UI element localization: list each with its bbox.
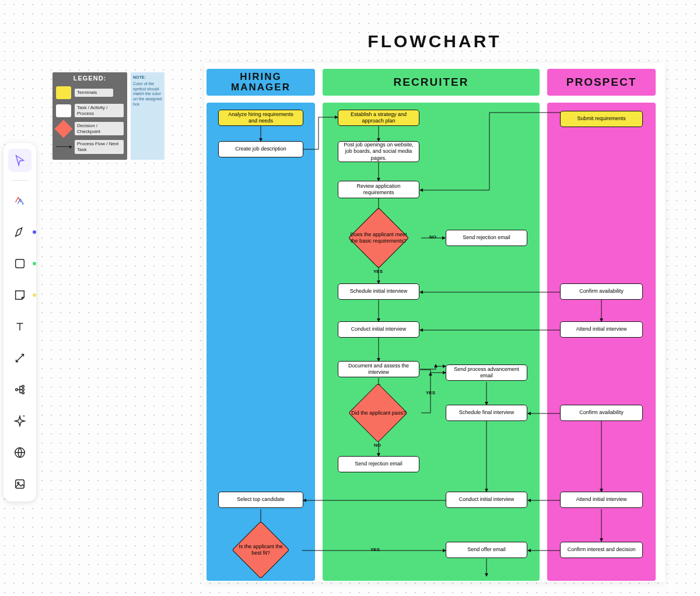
node-r-review[interactable]: Review application requirements (338, 181, 419, 198)
ai-icon: + (13, 194, 26, 207)
node-r-reject1[interactable]: Send rejection email (446, 230, 527, 246)
text-icon (13, 320, 26, 333)
connector-icon (13, 352, 26, 364)
select-tool[interactable] (8, 149, 32, 172)
sparkle-icon (13, 415, 26, 427)
node-r-conduct-initial[interactable]: Conduct initial interview (338, 321, 419, 338)
node-hm-select-top[interactable]: Select top candidate (218, 492, 303, 508)
globe-icon (13, 446, 26, 459)
node-hm-create-jd[interactable]: Create job description (218, 141, 303, 157)
legend-label: Process Flow / Next Task (75, 140, 124, 153)
pen-tool[interactable] (8, 220, 32, 244)
image-tool[interactable] (8, 472, 32, 496)
color-dot-icon (33, 230, 36, 234)
legend-panel[interactable]: LEGEND: Terminals Task / Activity / Proc… (52, 72, 164, 160)
svg-point-4 (22, 388, 24, 391)
pen-icon (13, 226, 26, 239)
svg-point-2 (16, 388, 18, 391)
sticky-tool[interactable] (8, 283, 32, 307)
lane-header-hiring-manager[interactable]: HIRING MANAGER (206, 69, 315, 96)
lane-header-recruiter[interactable]: RECRUITER (323, 69, 540, 96)
legend-terminal-row: Terminals (52, 84, 127, 101)
node-r-sched-final[interactable]: Schedule final interview (446, 405, 527, 421)
image-icon (13, 478, 26, 490)
node-label: Did the applicant pass? (343, 387, 414, 439)
sparkle-tool[interactable] (8, 409, 32, 433)
legend-note: NOTE: Color of the symbol should match t… (131, 72, 164, 160)
node-r-conduct-initial2[interactable]: Conduct initial interview (446, 492, 527, 508)
text-tool[interactable] (8, 315, 32, 338)
legend-flow-row: Process Flow / Next Task (52, 138, 127, 156)
node-r-offer[interactable]: Send offer email (446, 542, 527, 558)
color-dot-icon (33, 262, 36, 265)
node-r-pass[interactable]: Did the applicant pass? (343, 387, 414, 439)
node-r-strategy[interactable]: Establish a strategy and approach plan (338, 110, 419, 126)
node-r-basic-req[interactable]: Does the applicant meet the basic requir… (343, 211, 414, 265)
lane-body-hiring-manager[interactable] (206, 103, 315, 581)
edge-label-yes: YES (373, 269, 383, 274)
arrow-icon (56, 146, 71, 147)
legend-title: LEGEND: (52, 72, 127, 84)
left-toolbar: + (4, 143, 36, 502)
cursor-icon (13, 154, 26, 167)
mindmap-icon (13, 383, 26, 396)
legend-box: LEGEND: Terminals Task / Activity / Proc… (52, 72, 127, 160)
node-label: Does the applicant meet the basic requir… (343, 211, 414, 265)
edge-label-yes: YES (426, 390, 435, 395)
edge-label-no: NO (374, 443, 381, 448)
divider (11, 180, 29, 181)
node-r-sched-initial[interactable]: Schedule initial interview (338, 283, 419, 300)
legend-label: Decision / Checkpoint (75, 122, 124, 135)
node-p-confirm-interest[interactable]: Confirm interest and decision (560, 542, 643, 558)
lane-body-prospect[interactable] (547, 103, 656, 581)
node-r-post[interactable]: Post job openings on website, job boards… (338, 141, 419, 162)
lane-header-prospect[interactable]: PROSPECT (547, 69, 656, 96)
node-hm-analyze[interactable]: Analyze hiring requirements and needs (218, 110, 303, 126)
svg-point-5 (22, 392, 24, 394)
flowchart-canvas[interactable]: HIRING MANAGER RECRUITER PROSPECT (204, 63, 665, 582)
ai-tool[interactable]: + (8, 189, 32, 212)
color-dot-icon (33, 293, 36, 297)
node-hm-best-fit[interactable]: Is the applicant the best fit? (232, 527, 290, 573)
legend-label: Task / Activity / Process (75, 104, 124, 117)
node-p-confirm2[interactable]: Confirm availability (560, 405, 643, 421)
node-r-reject2[interactable]: Send rejection email (338, 456, 419, 472)
svg-text:+: + (22, 201, 24, 207)
node-label: Is the applicant the best fit? (232, 527, 290, 573)
legend-decision-row: Decision / Checkpoint (52, 120, 127, 138)
legend-label: Terminals (75, 89, 113, 97)
legend-task-row: Task / Activity / Process (52, 101, 127, 120)
terminal-swatch-icon (56, 86, 71, 99)
svg-point-3 (22, 385, 24, 388)
node-p-confirm1[interactable]: Confirm availability (560, 283, 643, 300)
mindmap-tool[interactable] (8, 378, 32, 401)
node-p-attend1[interactable]: Attend initial interview (560, 321, 643, 338)
decision-swatch-icon (54, 120, 72, 138)
shape-tool[interactable] (8, 252, 32, 275)
node-p-submit[interactable]: Submit requirements (560, 111, 643, 127)
sticky-icon (13, 289, 26, 301)
square-icon (13, 257, 26, 270)
note-title: NOTE: (133, 75, 162, 80)
svg-rect-1 (16, 260, 24, 268)
connector-tool[interactable] (8, 346, 32, 370)
node-p-attend2[interactable]: Attend initial interview (560, 492, 643, 508)
page-title: FLOWCHART (204, 31, 665, 51)
svg-rect-7 (16, 480, 24, 489)
task-swatch-icon (56, 104, 71, 117)
node-r-document[interactable]: Document and assess the interview (338, 361, 419, 377)
web-tool[interactable] (8, 441, 32, 464)
node-r-advance[interactable]: Send process advancement email (446, 364, 527, 381)
edge-label-yes: YES (370, 547, 380, 552)
lane-body-recruiter[interactable] (323, 103, 540, 581)
note-body: Color of the symbol should match the col… (133, 82, 162, 107)
edge-label-no: NO (429, 234, 436, 240)
